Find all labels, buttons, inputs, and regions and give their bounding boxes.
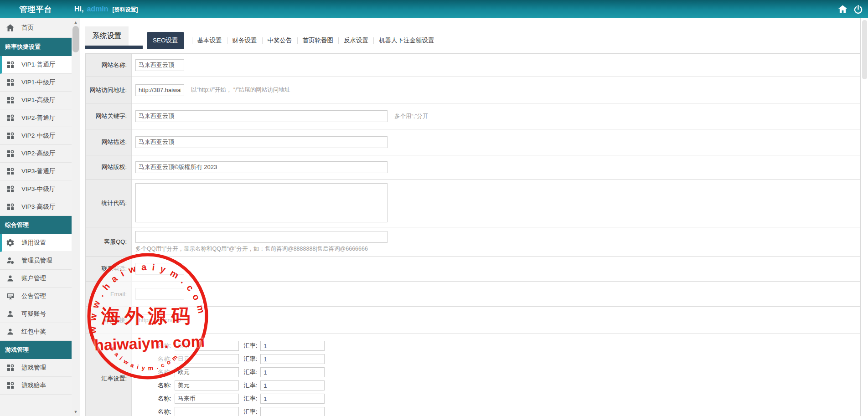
rate-value-label: 汇率: [244, 381, 258, 390]
sidebar-item-suspicious-accounts[interactable]: 可疑账号 [0, 305, 72, 323]
rate-name-input[interactable] [175, 367, 239, 377]
site-url-input[interactable] [135, 84, 184, 96]
rate-row: 名称: 汇率: [158, 406, 325, 416]
sidebar-item-vip1-mid[interactable]: VIP1-中级厅 [0, 74, 72, 92]
field-label: 统计代码: [86, 180, 132, 227]
subtab-rebate[interactable]: 反水设置 [344, 36, 368, 45]
sidebar-item-vip3-mid[interactable]: VIP3-中级厅 [0, 180, 72, 198]
sidebar-item-vip2-normal[interactable]: VIP2-普通厅 [0, 109, 72, 127]
site-keywords-input[interactable] [135, 110, 388, 122]
sidebar-item-label: 可疑账号 [21, 310, 46, 318]
rate-value-input[interactable] [260, 394, 325, 404]
subtab-winning-notice[interactable]: 中奖公告 [268, 36, 292, 45]
grid-icon [6, 114, 14, 122]
rate-name-input[interactable] [175, 407, 239, 416]
grid-icon [6, 364, 14, 372]
site-copyright-input[interactable] [135, 161, 388, 173]
scroll-up-icon[interactable]: ▲ [72, 20, 80, 25]
scrollbar-thumb[interactable] [72, 26, 79, 52]
sidebar-item-vip2-mid[interactable]: VIP2-中级厅 [0, 127, 72, 145]
seo-settings-form: 网站名称: 网站访问地址: 以“http://”开始， “/”结尾的网站访问地址… [85, 53, 860, 416]
rate-value-label: 汇率: [244, 355, 258, 363]
rate-value-input[interactable] [260, 407, 325, 416]
section-label: 赔率快捷设置 [5, 43, 41, 51]
sidebar-item-general-settings[interactable]: 通用设置 [0, 234, 72, 252]
sidebar-item-admin-management[interactable]: 管理员管理 [0, 252, 72, 270]
stats-code-textarea[interactable] [135, 183, 388, 222]
sidebar-item-label: VIP3-高级厅 [21, 203, 55, 211]
home-icon[interactable] [838, 5, 847, 14]
sidebar-item-vip1-high[interactable]: VIP1-高级厅 [0, 92, 72, 109]
sidebar-scrollbar[interactable]: ▲ ▼ [72, 18, 80, 416]
sidebar-item-redpacket-win[interactable]: 红包中奖 [0, 323, 72, 341]
subtab-finance[interactable]: 财务设置 [232, 36, 257, 45]
user-icon [6, 310, 14, 318]
site-description-input[interactable] [135, 136, 388, 148]
profile-settings-link[interactable]: [资料设置] [113, 6, 138, 14]
sidebar-item-vip2-high[interactable]: VIP2-高级厅 [0, 145, 72, 163]
separator [227, 37, 227, 44]
sidebar-item-label: 红包中奖 [21, 328, 46, 336]
service-qq-input[interactable] [135, 231, 388, 243]
sidebar-item-label: VIP1-普通厅 [21, 61, 55, 69]
sidebar-item-account-management[interactable]: 账户管理 [0, 270, 72, 288]
sidebar-item-label: 游戏管理 [21, 364, 46, 372]
subtab-seo[interactable]: SEO设置 [147, 32, 184, 49]
contact-phone-input[interactable] [135, 263, 184, 275]
notice-board-icon [6, 293, 14, 300]
rate-name-input[interactable] [175, 341, 239, 351]
username: admin [87, 5, 108, 13]
sidebar-item-vip3-high[interactable]: VIP3-高级厅 [0, 198, 72, 216]
sidebar-item-home[interactable]: 首页 [0, 18, 72, 38]
rate-value-input[interactable] [260, 341, 325, 351]
sidebar-item-vip1-normal[interactable]: VIP1-普通厅 [0, 56, 72, 74]
form-row-app-link: app链接: [86, 307, 860, 334]
rate-value-input[interactable] [260, 380, 325, 390]
subtab-bar: SEO设置 基本设置 财务设置 中奖公告 首页轮番图 反水设置 机器人下注金额设… [147, 32, 434, 49]
sidebar-item-label: VIP1-高级厅 [21, 96, 55, 104]
scrollbar-thumb[interactable] [862, 20, 867, 79]
sidebar-item-label: 账户管理 [21, 274, 46, 282]
active-tab-underline [85, 46, 143, 49]
power-icon[interactable] [853, 5, 863, 14]
field-label: 汇率设置: [86, 334, 132, 416]
field-label: 网站描述: [86, 129, 132, 155]
sidebar-item-game-odds[interactable]: 游戏赔率 [0, 377, 72, 395]
separator [297, 37, 298, 44]
email-input[interactable] [135, 288, 184, 300]
form-row-email: Email: [86, 282, 860, 307]
rate-value-label: 汇率: [244, 408, 258, 416]
app-title: 管理平台 [0, 4, 72, 15]
sidebar-item-notice-management[interactable]: 公告管理 [0, 288, 72, 305]
app-link-input[interactable] [135, 314, 184, 326]
rate-value-input[interactable] [260, 367, 325, 377]
rate-row: 名称: 汇率: [158, 367, 325, 378]
tab-system-settings[interactable]: 系统设置 [85, 26, 129, 46]
separator [373, 37, 374, 44]
scroll-down-icon[interactable]: ▼ [72, 410, 80, 414]
grid-icon [6, 132, 14, 140]
rate-value-input[interactable] [260, 354, 325, 364]
rate-name-label: 名称: [158, 368, 171, 376]
rate-name-input[interactable] [175, 380, 239, 390]
site-name-input[interactable] [135, 59, 184, 71]
grid-icon [6, 382, 14, 390]
grid-icon [6, 79, 14, 87]
sidebar-item-vip3-normal[interactable]: VIP3-普通厅 [0, 163, 72, 180]
rate-name-label: 名称: [158, 381, 171, 390]
field-label: 网站访问地址: [86, 77, 132, 103]
sidebar-item-label: 通用设置 [21, 239, 46, 247]
grid-icon [6, 150, 14, 158]
sidebar-item-label: VIP3-普通厅 [21, 167, 55, 175]
subtab-carousel[interactable]: 首页轮番图 [303, 36, 334, 45]
subtab-basic[interactable]: 基本设置 [197, 36, 222, 45]
subtab-robot-bet-amount[interactable]: 机器人下注金额设置 [379, 36, 434, 45]
rate-value-label: 汇率: [244, 395, 258, 403]
rate-name-input[interactable] [175, 354, 239, 364]
sidebar-item-label: 公告管理 [21, 292, 46, 300]
rate-name-input[interactable] [175, 394, 239, 404]
sidebar: 首页 赔率快捷设置 VIP1-普通厅 VIP1-中级厅 VIP1-高级厅 VIP… [0, 18, 72, 416]
top-header: 管理平台 Hi, admin [资料设置] [0, 0, 868, 18]
page-scrollbar[interactable] [860, 18, 868, 416]
sidebar-item-game-management[interactable]: 游戏管理 [0, 359, 72, 377]
